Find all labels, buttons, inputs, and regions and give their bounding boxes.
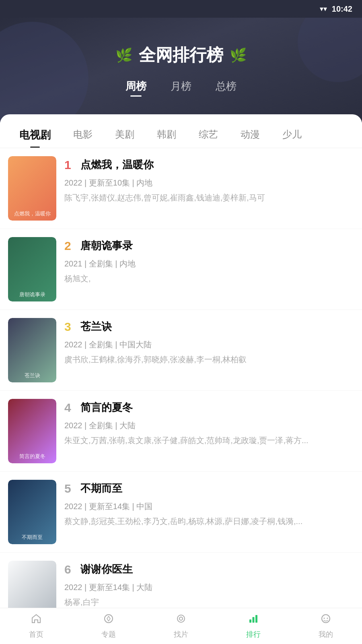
title-row-5: 5 不期而至 [64, 481, 354, 495]
list-item[interactable]: 简言的夏冬 4 简言的夏冬 2022 | 全剧集 | 大陆 朱亚文,万茜,张萌,… [0, 391, 362, 472]
cat-tab-variety[interactable]: 综艺 [187, 122, 229, 148]
poster-1: 点燃我，温暖你 [8, 156, 56, 221]
rank-number-3: 3 [64, 320, 76, 334]
item-cast-4: 朱亚文,万茜,张萌,袁文康,张子健,薛皓文,范帅琦,龙政璇,贾一泽,蒋方... [64, 435, 354, 446]
poster-label-3: 苍兰诀 [25, 372, 40, 379]
item-cast-3: 虞书欣,王鹤棣,徐海乔,郭晓婷,张凌赫,李一桐,林柏叡 [64, 354, 354, 365]
title-row-4: 4 简言的夏冬 [64, 400, 354, 415]
nav-item-rank[interactable]: 排行 [221, 613, 286, 639]
item-info-2: 2 唐朝诡事录 2021 | 全剧集 | 内地 杨旭文, [64, 237, 354, 301]
poster-4: 简言的夏冬 [8, 399, 56, 463]
nav-item-search[interactable]: 找片 [149, 613, 213, 639]
item-meta-1: 2022 | 更新至10集 | 内地 [64, 178, 354, 188]
rank-number-6: 6 [64, 563, 76, 576]
cat-tab-tvshow[interactable]: 电视剧 [8, 122, 62, 148]
list-item[interactable]: 不期而至 5 不期而至 2022 | 更新至14集 | 中国 蔡文静,彭冠英,王… [0, 472, 362, 553]
rank-icon [248, 613, 259, 627]
item-info-1: 1 点燃我，温暖你 2022 | 更新至10集 | 内地 陈飞宇,张婧仪,赵志伟… [64, 156, 354, 221]
poster-label-4: 简言的夏冬 [19, 453, 45, 460]
svg-point-6 [322, 615, 330, 623]
leaf-left-icon: 🌿 [115, 47, 132, 63]
title-row-2: 2 唐朝诡事录 [64, 239, 354, 253]
cat-tab-us[interactable]: 美剧 [104, 122, 146, 148]
status-bar: ▾▾ 10:42 [0, 0, 362, 18]
item-title-1: 点燃我，温暖你 [80, 158, 154, 172]
tab-alltime[interactable]: 总榜 [216, 79, 237, 97]
title-row-3: 3 苍兰诀 [64, 320, 354, 334]
list-item[interactable]: 苍兰诀 3 苍兰诀 2022 | 全剧集 | 中国大陆 虞书欣,王鹤棣,徐海乔,… [0, 310, 362, 391]
item-info-3: 3 苍兰诀 2022 | 全剧集 | 中国大陆 虞书欣,王鹤棣,徐海乔,郭晓婷,… [64, 318, 354, 382]
home-icon [31, 613, 42, 627]
poster-label-2: 唐朝诡事录 [19, 291, 45, 298]
cat-tab-anime[interactable]: 动漫 [229, 122, 271, 148]
item-info-5: 5 不期而至 2022 | 更新至14集 | 中国 蔡文静,彭冠英,王劲松,李乃… [64, 480, 354, 544]
tab-monthly[interactable]: 月榜 [171, 79, 191, 97]
nav-label-rank: 排行 [246, 630, 261, 639]
time: 10:42 [332, 4, 352, 14]
item-info-4: 4 简言的夏冬 2022 | 全剧集 | 大陆 朱亚文,万茜,张萌,袁文康,张子… [64, 399, 354, 463]
leaf-right-icon: 🌿 [230, 47, 247, 63]
cat-tab-movie[interactable]: 电影 [62, 122, 104, 148]
item-cast-2: 杨旭文, [64, 273, 354, 284]
wifi-icon: ▾▾ [320, 4, 327, 13]
item-cast-5: 蔡文静,彭冠英,王劲松,李乃文,岳昀,杨琼,林源,萨日娜,凌子桐,钱漪,... [64, 516, 354, 527]
nav-label-search: 找片 [174, 630, 188, 639]
item-title-2: 唐朝诡事录 [80, 239, 133, 253]
svg-point-8 [327, 618, 328, 619]
content-area: 电视剧 电影 美剧 韩剧 综艺 动漫 少儿 点燃我，温暖你 1 点燃我，温暖你 [0, 114, 362, 634]
nav-item-home[interactable]: 首页 [4, 613, 68, 639]
svg-point-7 [324, 618, 325, 619]
svg-point-1 [177, 615, 185, 622]
rank-number-1: 1 [64, 158, 76, 172]
item-title-4: 简言的夏冬 [80, 400, 133, 415]
nav-label-topic: 专题 [101, 630, 116, 639]
page-title: 全网排行榜 [139, 44, 223, 66]
tab-weekly[interactable]: 周榜 [125, 79, 146, 97]
item-cast-6: 杨幂,白宇 [64, 597, 354, 608]
nav-label-home: 首页 [29, 630, 43, 639]
item-title-6: 谢谢你医生 [80, 562, 133, 576]
topic-icon [103, 613, 114, 627]
poster-3: 苍兰诀 [8, 318, 56, 382]
bottom-nav: 首页 专题 找片 排行 [0, 608, 362, 644]
nav-item-profile[interactable]: 我的 [294, 613, 358, 639]
item-meta-2: 2021 | 全剧集 | 内地 [64, 258, 354, 269]
header-title: 🌿 全网排行榜 🌿 [115, 44, 247, 66]
cat-tab-korean[interactable]: 韩剧 [146, 122, 187, 148]
rank-list: 点燃我，温暖你 1 点燃我，温暖你 2022 | 更新至10集 | 内地 陈飞宇… [0, 148, 362, 634]
item-title-5: 不期而至 [80, 481, 122, 495]
list-item[interactable]: 唐朝诡事录 2 唐朝诡事录 2021 | 全剧集 | 内地 杨旭文, [0, 229, 362, 310]
svg-point-2 [179, 617, 183, 620]
poster-2: 唐朝诡事录 [8, 237, 56, 301]
rank-number-5: 5 [64, 482, 76, 495]
svg-rect-4 [253, 617, 255, 623]
title-row-6: 6 谢谢你医生 [64, 562, 354, 576]
rank-number-4: 4 [64, 401, 76, 415]
search-icon [175, 613, 187, 627]
svg-rect-5 [255, 615, 257, 623]
poster-label-5: 不期而至 [22, 534, 43, 541]
nav-item-topic[interactable]: 专题 [76, 613, 141, 639]
nav-label-profile: 我的 [319, 630, 333, 639]
poster-label-1: 点燃我，温暖你 [14, 210, 51, 217]
period-tab-nav: 周榜 月榜 总榜 [125, 79, 237, 97]
category-tabs: 电视剧 电影 美剧 韩剧 综艺 动漫 少儿 [0, 114, 362, 148]
item-meta-3: 2022 | 全剧集 | 中国大陆 [64, 339, 354, 350]
item-cast-1: 陈飞宇,张婧仪,赵志伟,曾可妮,崔雨鑫,钱迪迪,姜梓新,马可 [64, 192, 354, 203]
cat-tab-kids[interactable]: 少儿 [271, 122, 313, 148]
header: 🌿 全网排行榜 🌿 周榜 月榜 总榜 [0, 18, 362, 122]
rank-number-2: 2 [64, 239, 76, 253]
list-item[interactable]: 点燃我，温暖你 1 点燃我，温暖你 2022 | 更新至10集 | 内地 陈飞宇… [0, 148, 362, 229]
title-row-1: 1 点燃我，温暖你 [64, 158, 354, 172]
item-meta-6: 2022 | 更新至14集 | 大陆 [64, 582, 354, 593]
item-meta-4: 2022 | 全剧集 | 大陆 [64, 420, 354, 431]
svg-rect-3 [249, 619, 251, 623]
profile-icon [320, 613, 331, 627]
poster-5: 不期而至 [8, 480, 56, 544]
item-title-3: 苍兰诀 [80, 320, 112, 334]
item-meta-5: 2022 | 更新至14集 | 中国 [64, 501, 354, 512]
